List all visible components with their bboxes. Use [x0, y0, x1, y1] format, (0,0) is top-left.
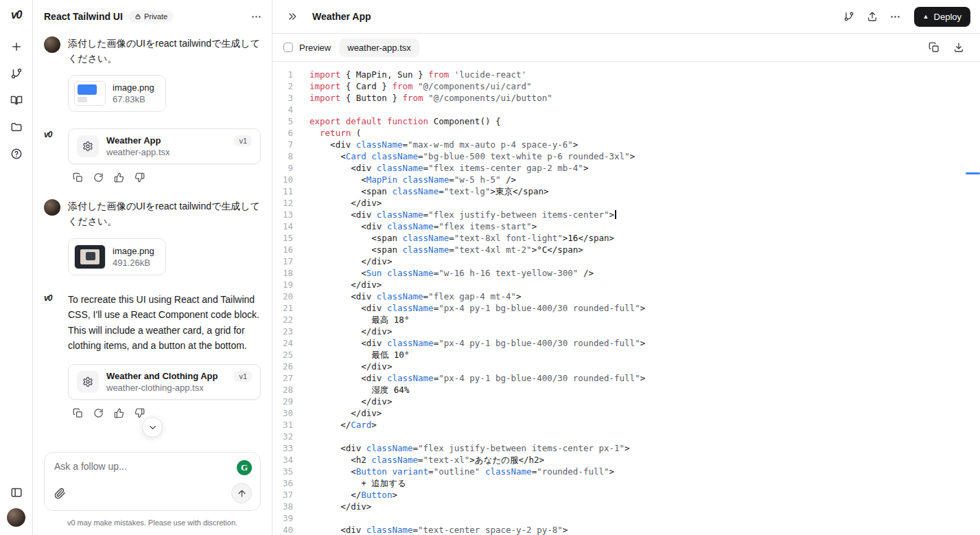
editor-tabbar: Preview weather-app.tsx: [272, 34, 980, 62]
attachment-thumbnail: [74, 244, 106, 269]
refresh-icon: [93, 172, 104, 183]
code-line[interactable]: 24 <div className="px-4 py-1 bg-blue-400…: [272, 337, 980, 349]
code-line[interactable]: 32: [272, 431, 980, 442]
code-line[interactable]: 9 <div className="flex items-center gap-…: [272, 162, 980, 174]
docs-button[interactable]: [5, 89, 27, 111]
code-line[interactable]: 12 </div>: [272, 197, 980, 209]
panel-left-icon: [10, 486, 23, 499]
code-line[interactable]: 15 <span className="text-8xl font-light"…: [272, 232, 980, 244]
main-header: Weather App ▲ Deploy: [272, 0, 980, 34]
code-line[interactable]: 28 湿度 64%: [272, 384, 980, 396]
copy-message-button[interactable]: [73, 408, 83, 418]
grammarly-icon[interactable]: G: [237, 460, 252, 475]
code-line[interactable]: 6 return (: [272, 127, 980, 139]
code-line[interactable]: 19 </div>: [272, 279, 980, 291]
code-line[interactable]: 38 </div>: [272, 501, 980, 512]
code-line[interactable]: 29 </div>: [272, 396, 980, 407]
code-block-card-2[interactable]: Weather and Clothing App weather-clothin…: [68, 364, 261, 400]
code-line[interactable]: 33 <div className="flex justify-between …: [272, 442, 980, 454]
line-number: 7: [272, 139, 293, 150]
thumbs-up-button[interactable]: [114, 172, 124, 183]
account-avatar[interactable]: [7, 508, 25, 527]
copy-code-button[interactable]: [924, 37, 944, 58]
chevrons-right-icon: [287, 11, 298, 22]
code-line[interactable]: 37 </Button>: [272, 489, 980, 501]
ellipsis-icon: [250, 11, 262, 23]
code-line[interactable]: 4: [272, 104, 980, 115]
thumbs-up-button[interactable]: [114, 408, 124, 418]
new-chat-button[interactable]: [5, 36, 27, 58]
help-button[interactable]: [5, 143, 27, 165]
code-line[interactable]: 1import { MapPin, Sun } from 'lucide-rea…: [272, 69, 980, 80]
code-line[interactable]: 17 </div>: [272, 255, 980, 267]
line-number: 21: [272, 302, 293, 314]
code-line[interactable]: 25 最低 10°: [272, 349, 980, 361]
regenerate-button[interactable]: [93, 408, 104, 418]
download-code-button[interactable]: [948, 37, 969, 58]
thumbs-down-button[interactable]: [135, 408, 145, 418]
thumbs-down-button[interactable]: [135, 172, 145, 183]
code-line[interactable]: 21 <div className="px-4 py-1 bg-blue-400…: [272, 302, 980, 314]
workflows-button[interactable]: [5, 62, 27, 84]
share-button[interactable]: [862, 6, 883, 27]
code-line[interactable]: 40 <div className="text-center space-y-2…: [272, 524, 980, 535]
scroll-to-bottom-button[interactable]: [142, 417, 163, 437]
thumbs-up-icon: [114, 408, 124, 418]
main-panel: Weather App ▲ Deploy Previ: [272, 0, 980, 535]
v0-logo-icon[interactable]: v0: [11, 9, 21, 21]
code-line[interactable]: 11 <span className="text-lg">東京</span>: [272, 185, 980, 197]
follow-up-input[interactable]: [54, 461, 231, 472]
code-line[interactable]: 10 <MapPin className="w-5 h-5" />: [272, 174, 980, 185]
line-number: 26: [272, 361, 293, 372]
attach-file-button[interactable]: [54, 488, 66, 499]
code-line[interactable]: 34 <h2 className="text-xl">あなたの服</h2>: [272, 454, 980, 466]
code-block-card-1[interactable]: Weather App weather-app.tsx v1: [68, 128, 261, 164]
line-number: 23: [272, 326, 293, 337]
code-line[interactable]: 7 <div className="max-w-md mx-auto p-4 s…: [272, 139, 980, 150]
send-button[interactable]: [231, 483, 252, 503]
collapse-chat-button[interactable]: [282, 6, 303, 27]
more-options-button[interactable]: [885, 6, 906, 27]
preview-toggle[interactable]: Preview: [283, 43, 331, 53]
code-line[interactable]: 20 <div className="flex gap-4 mt-4">: [272, 291, 980, 302]
scrollbar-current-line-indicator[interactable]: [966, 172, 980, 174]
tab-weather-app-tsx[interactable]: weather-app.tsx: [339, 38, 419, 57]
copy-message-button[interactable]: [73, 172, 83, 183]
code-line[interactable]: 8 <Card className="bg-blue-500 text-whit…: [272, 150, 980, 162]
code-line[interactable]: 5export default function Component() {: [272, 115, 980, 127]
code-line[interactable]: 35 <Button variant="outline" className="…: [272, 466, 980, 477]
code-line[interactable]: 31 </Card>: [272, 419, 980, 431]
versions-button[interactable]: [839, 6, 859, 27]
attachment-thumbnail: [74, 81, 106, 106]
code-line[interactable]: 16 <span className="text-4xl mt-2">°C</s…: [272, 244, 980, 255]
toggle-sidebar-button[interactable]: [5, 481, 27, 503]
regenerate-button[interactable]: [93, 172, 104, 183]
privacy-badge[interactable]: Private: [128, 10, 174, 23]
code-line[interactable]: 27 <div className="px-4 py-1 bg-blue-400…: [272, 372, 980, 384]
code-line[interactable]: 39: [272, 512, 980, 524]
composer[interactable]: G: [44, 452, 261, 511]
projects-button[interactable]: [5, 116, 27, 138]
code-block-title: Weather and Clothing App: [106, 371, 218, 381]
code-line[interactable]: 3import { Button } from "@/components/ui…: [272, 92, 980, 104]
line-number: 25: [272, 349, 293, 361]
line-number: 13: [272, 209, 293, 220]
chat-menu-button[interactable]: [250, 11, 262, 23]
code-line[interactable]: 36 + 追加する: [272, 477, 980, 489]
code-line[interactable]: 26 </div>: [272, 361, 980, 372]
code-line[interactable]: 22 最高 18°: [272, 314, 980, 326]
code-line[interactable]: 14 <div className="flex items-start">: [272, 220, 980, 232]
message-actions: [73, 408, 261, 418]
attachment-card[interactable]: image.png 491.26kB: [68, 238, 166, 275]
code-editor[interactable]: 1import { MapPin, Sun } from 'lucide-rea…: [272, 62, 980, 535]
code-line[interactable]: 23 </div>: [272, 326, 980, 337]
chevron-down-icon: [148, 422, 158, 433]
line-number: 12: [272, 197, 293, 209]
code-line[interactable]: 30 </div>: [272, 407, 980, 419]
code-line[interactable]: 13 <div className="flex justify-between …: [272, 209, 980, 220]
attachment-card[interactable]: image.png 67.83kB: [68, 75, 166, 112]
deploy-button[interactable]: ▲ Deploy: [914, 7, 970, 27]
code-line[interactable]: 2import { Card } from "@/components/ui/c…: [272, 80, 980, 92]
code-line[interactable]: 18 <Sun className="w-16 h-16 text-yellow…: [272, 267, 980, 279]
deploy-label: Deploy: [934, 12, 961, 22]
